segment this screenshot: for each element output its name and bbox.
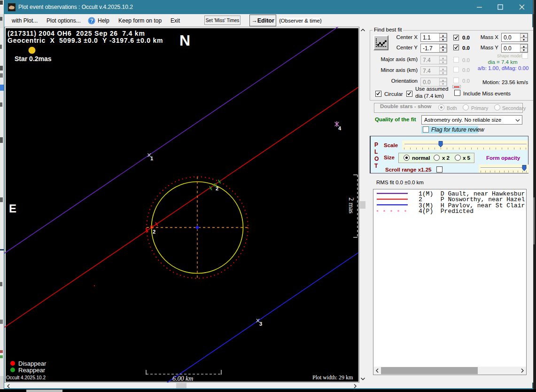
svg-text:Occult 4.2025.10.2: Occult 4.2025.10.2: [6, 375, 46, 380]
svg-text:N: N: [179, 32, 190, 49]
svg-text:1: 1: [150, 156, 153, 161]
svg-text:Geocentric X 5099.3 ±0.0 Y: Geocentric X 5099.3 ±0.0 Y -3197.6 ±0.0 …: [8, 37, 163, 44]
svg-text:(217311) 2004 OH6 2025 Sep 26: (217311) 2004 OH6 2025 Sep 26 7.4 km: [8, 30, 145, 37]
svg-text:2 mas: 2 mas: [348, 197, 355, 214]
svg-text:Plot width: 29 km: Plot width: 29 km: [312, 374, 353, 381]
svg-text:2: 2: [153, 229, 155, 235]
svg-text:Disappear: Disappear: [18, 360, 47, 367]
svg-text:3: 3: [259, 321, 262, 327]
svg-text:E: E: [9, 202, 16, 215]
svg-text:Star 0.2mas: Star 0.2mas: [15, 55, 52, 63]
svg-text:6.00 km: 6.00 km: [172, 375, 193, 382]
svg-text:Reappear: Reappear: [18, 367, 46, 374]
svg-text:4: 4: [338, 125, 342, 131]
svg-text:2: 2: [216, 186, 218, 191]
svg-text:?: ?: [90, 18, 93, 24]
